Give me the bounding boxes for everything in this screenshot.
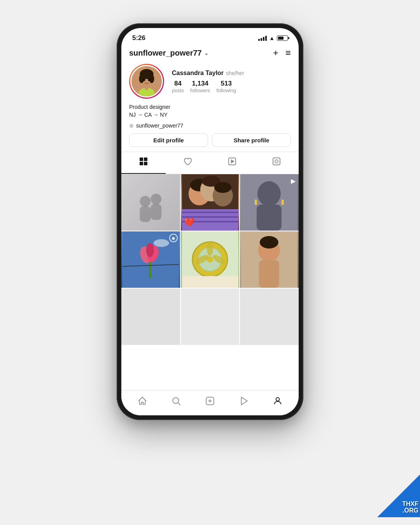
username-text: sunflower_power77 (129, 49, 202, 58)
svg-point-19 (150, 194, 161, 205)
grid-cell-5[interactable] (181, 231, 240, 288)
followers-label: followers (190, 88, 210, 93)
edit-profile-button[interactable]: Edit profile (129, 133, 208, 147)
profile-section: Cassandra Taylor she/her 84 posts 1,134 … (121, 62, 299, 152)
profile-name: Cassandra Taylor (172, 70, 224, 77)
svg-rect-55 (259, 260, 279, 288)
status-icons: ▲ (258, 35, 288, 41)
svg-rect-51 (182, 276, 238, 288)
profile-buttons: Edit profile Share profile (129, 133, 291, 147)
svg-rect-36 (282, 200, 284, 205)
nav-create[interactable] (199, 394, 221, 408)
grid-tab-icon (139, 157, 148, 168)
svg-point-7 (143, 79, 145, 81)
profile-bio: Product designer NJ → CA → NY (129, 103, 291, 119)
nav-reels[interactable] (233, 394, 255, 408)
tab-grid[interactable] (121, 152, 166, 174)
reels-tab-icon (228, 157, 237, 168)
phone-mockup: 5:26 ▲ sunflower_power (117, 23, 303, 420)
tab-tagged[interactable] (254, 152, 299, 174)
following-count: 513 (220, 80, 231, 88)
svg-point-54 (260, 236, 278, 248)
photo-grid: ❤️ ▶ (121, 174, 299, 390)
bio-line-1: Product designer (129, 103, 291, 111)
battery-icon (277, 35, 288, 41)
content-tabs (121, 152, 299, 174)
svg-point-5 (139, 74, 144, 83)
profile-stats: Cassandra Taylor she/her 84 posts 1,134 … (172, 70, 291, 93)
pronouns: she/her (226, 70, 244, 76)
svg-rect-10 (144, 158, 147, 161)
posts-count: 84 (174, 80, 182, 88)
story-ring-icon: ◉ (169, 234, 178, 242)
thxf-badge: THXF .ORG (377, 474, 420, 517)
svg-point-62 (276, 397, 280, 401)
status-bar: 5:26 ▲ (121, 28, 299, 45)
following-label: following (216, 88, 236, 93)
share-profile-button[interactable]: Share profile (212, 133, 291, 147)
add-post-icon[interactable]: + (273, 47, 278, 58)
grid-cell-4[interactable]: ◉ (121, 231, 180, 288)
grid-cell-1[interactable] (121, 174, 180, 231)
svg-rect-18 (140, 206, 150, 222)
thxf-text: THXF .ORG (402, 500, 418, 514)
nav-profile[interactable] (266, 394, 289, 408)
grid-cell-7[interactable] (121, 289, 180, 345)
tab-reels[interactable] (210, 152, 254, 174)
tag-tab-icon (272, 157, 281, 168)
posts-stat[interactable]: 84 posts (172, 80, 184, 93)
avatar-wrapper[interactable] (129, 64, 164, 99)
app-header: sunflower_power77 ⌄ + ≡ (121, 45, 299, 62)
svg-marker-61 (242, 397, 247, 405)
svg-point-38 (154, 239, 169, 247)
posts-label: posts (172, 88, 184, 93)
stats-row: 84 posts 1,134 followers 513 following (172, 80, 291, 93)
profile-top: Cassandra Taylor she/her 84 posts 1,134 … (129, 64, 291, 99)
profile-name-row: Cassandra Taylor she/her (172, 70, 291, 77)
bio-line-2: NJ → CA → NY (129, 111, 291, 119)
tab-liked[interactable] (166, 152, 210, 174)
svg-point-33 (257, 181, 281, 206)
nav-search[interactable] (165, 394, 187, 408)
svg-point-17 (140, 196, 150, 207)
bottom-nav (121, 390, 299, 415)
svg-rect-34 (257, 205, 282, 231)
svg-point-56 (173, 397, 178, 403)
svg-point-48 (206, 242, 213, 256)
menu-icon[interactable]: ≡ (285, 47, 291, 58)
grid-cell-8[interactable] (181, 289, 240, 345)
signal-icon (258, 36, 267, 41)
following-stat[interactable]: 513 following (216, 80, 236, 93)
followers-stat[interactable]: 1,134 followers (190, 80, 210, 93)
wifi-icon: ▲ (269, 35, 275, 41)
heart-emoji: ❤️ (184, 217, 194, 228)
svg-point-42 (146, 243, 154, 257)
phone-frame: 5:26 ▲ sunflower_power (117, 23, 303, 420)
svg-marker-14 (231, 160, 234, 163)
header-icons: + ≡ (273, 47, 291, 58)
profile-link-row: ⊛ sunflower_power77 (129, 122, 291, 129)
grid-cell-9[interactable] (240, 289, 299, 345)
svg-rect-35 (255, 200, 257, 205)
phone-screen: 5:26 ▲ sunflower_power (121, 28, 299, 415)
svg-rect-9 (140, 158, 143, 161)
followers-count: 1,134 (192, 80, 208, 88)
fan-photo (181, 231, 240, 288)
username-row[interactable]: sunflower_power77 ⌄ (129, 49, 209, 58)
svg-point-6 (149, 74, 154, 83)
dropdown-arrow-icon: ⌄ (204, 50, 209, 56)
grid-cell-3[interactable]: ▶ (240, 174, 299, 231)
nav-home[interactable] (131, 394, 154, 408)
svg-rect-12 (144, 162, 147, 165)
grid-cell-2[interactable]: ❤️ (181, 174, 240, 231)
svg-point-16 (275, 160, 278, 163)
svg-rect-20 (150, 204, 161, 220)
shadow-overlay (121, 174, 180, 231)
svg-point-27 (214, 182, 231, 193)
status-time: 5:26 (132, 34, 145, 42)
reel-icon: ▶ (291, 177, 296, 185)
svg-line-57 (178, 403, 180, 405)
grid-cell-6[interactable] (240, 231, 299, 288)
profile-link[interactable]: sunflower_power77 (136, 122, 183, 129)
svg-rect-15 (273, 158, 280, 165)
